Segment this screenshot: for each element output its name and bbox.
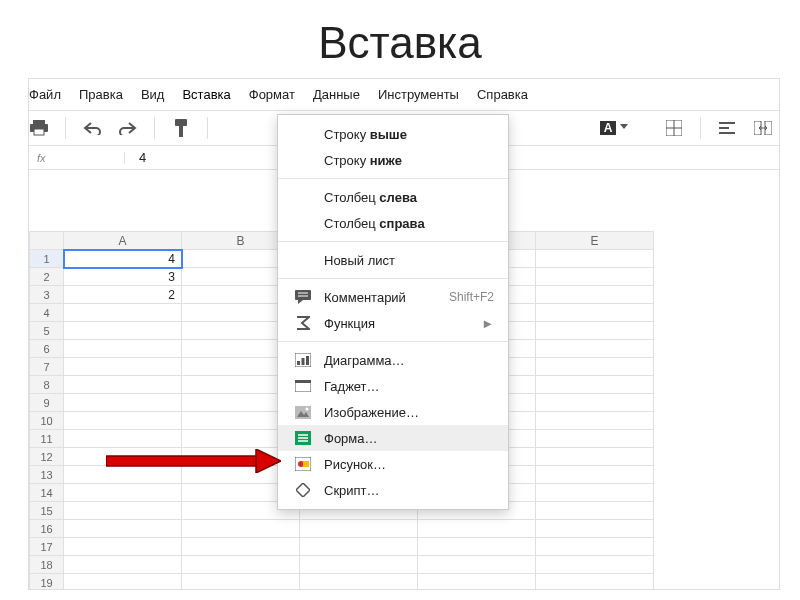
row-header-19[interactable]: 19 bbox=[30, 574, 64, 590]
menu-данные[interactable]: Данные bbox=[313, 87, 360, 102]
row-header-14[interactable]: 14 bbox=[30, 484, 64, 502]
menu-вид[interactable]: Вид bbox=[141, 87, 165, 102]
col-header-A[interactable]: A bbox=[64, 232, 182, 250]
merge-icon[interactable] bbox=[753, 118, 773, 138]
row-header-1[interactable]: 1 bbox=[30, 250, 64, 268]
grid-corner[interactable] bbox=[30, 232, 64, 250]
borders-icon[interactable] bbox=[664, 118, 684, 138]
cell-A3[interactable]: 2 bbox=[64, 286, 182, 304]
cell-E8[interactable] bbox=[536, 376, 654, 394]
menu-item-новыйлист[interactable]: Новый лист bbox=[278, 247, 508, 273]
cell-A7[interactable] bbox=[64, 358, 182, 376]
cell-E16[interactable] bbox=[536, 520, 654, 538]
menu-вставка[interactable]: Вставка bbox=[182, 87, 230, 102]
row-header-18[interactable]: 18 bbox=[30, 556, 64, 574]
cell-A18[interactable] bbox=[64, 556, 182, 574]
cell-E15[interactable] bbox=[536, 502, 654, 520]
cell-E17[interactable] bbox=[536, 538, 654, 556]
cell-A9[interactable] bbox=[64, 394, 182, 412]
redo-icon[interactable] bbox=[118, 118, 138, 138]
menu-item-скрипт[interactable]: Скрипт… bbox=[278, 477, 508, 503]
row-header-5[interactable]: 5 bbox=[30, 322, 64, 340]
menu-item-диаграмма[interactable]: Диаграмма… bbox=[278, 347, 508, 373]
row-header-6[interactable]: 6 bbox=[30, 340, 64, 358]
undo-icon[interactable] bbox=[82, 118, 102, 138]
menu-файл[interactable]: Файл bbox=[29, 87, 61, 102]
cell-A19[interactable] bbox=[64, 574, 182, 590]
cell-A6[interactable] bbox=[64, 340, 182, 358]
cell-A17[interactable] bbox=[64, 538, 182, 556]
row-header-4[interactable]: 4 bbox=[30, 304, 64, 322]
cell-C19[interactable] bbox=[300, 574, 418, 590]
menu-инструменты[interactable]: Инструменты bbox=[378, 87, 459, 102]
col-header-E[interactable]: E bbox=[536, 232, 654, 250]
formula-value[interactable]: 4 bbox=[125, 150, 146, 165]
cell-B18[interactable] bbox=[182, 556, 300, 574]
row-header-16[interactable]: 16 bbox=[30, 520, 64, 538]
cell-A1[interactable]: 4 bbox=[64, 250, 182, 268]
row-header-3[interactable]: 3 bbox=[30, 286, 64, 304]
print-icon[interactable] bbox=[29, 118, 49, 138]
cell-E4[interactable] bbox=[536, 304, 654, 322]
paint-format-icon[interactable] bbox=[171, 118, 191, 138]
cell-E18[interactable] bbox=[536, 556, 654, 574]
row-header-8[interactable]: 8 bbox=[30, 376, 64, 394]
cell-E2[interactable] bbox=[536, 268, 654, 286]
cell-E5[interactable] bbox=[536, 322, 654, 340]
cell-D19[interactable] bbox=[418, 574, 536, 590]
menu-item-форма[interactable]: Форма… bbox=[278, 425, 508, 451]
cell-E10[interactable] bbox=[536, 412, 654, 430]
cell-A16[interactable] bbox=[64, 520, 182, 538]
menu-item-гаджет[interactable]: Гаджет… bbox=[278, 373, 508, 399]
cell-E7[interactable] bbox=[536, 358, 654, 376]
menu-item-функция[interactable]: Функция► bbox=[278, 310, 508, 336]
cell-C17[interactable] bbox=[300, 538, 418, 556]
cell-A11[interactable] bbox=[64, 430, 182, 448]
cell-B17[interactable] bbox=[182, 538, 300, 556]
row-header-13[interactable]: 13 bbox=[30, 466, 64, 484]
menu-item-строку[interactable]: Строку ниже bbox=[278, 147, 508, 173]
row-header-7[interactable]: 7 bbox=[30, 358, 64, 376]
menu-формат[interactable]: Формат bbox=[249, 87, 295, 102]
menu-item-изображение[interactable]: Изображение… bbox=[278, 399, 508, 425]
cell-E13[interactable] bbox=[536, 466, 654, 484]
row-header-12[interactable]: 12 bbox=[30, 448, 64, 466]
menu-правка[interactable]: Правка bbox=[79, 87, 123, 102]
text-color-icon[interactable]: A bbox=[598, 118, 618, 138]
cell-B16[interactable] bbox=[182, 520, 300, 538]
row-header-10[interactable]: 10 bbox=[30, 412, 64, 430]
row-header-2[interactable]: 2 bbox=[30, 268, 64, 286]
cell-E12[interactable] bbox=[536, 448, 654, 466]
row-header-11[interactable]: 11 bbox=[30, 430, 64, 448]
cell-C16[interactable] bbox=[300, 520, 418, 538]
cell-E19[interactable] bbox=[536, 574, 654, 590]
row-header-15[interactable]: 15 bbox=[30, 502, 64, 520]
row-header-17[interactable]: 17 bbox=[30, 538, 64, 556]
cell-A5[interactable] bbox=[64, 322, 182, 340]
menu-item-строку[interactable]: Строку выше bbox=[278, 121, 508, 147]
menu-справка[interactable]: Справка bbox=[477, 87, 528, 102]
cell-E1[interactable] bbox=[536, 250, 654, 268]
cell-A10[interactable] bbox=[64, 412, 182, 430]
cell-A8[interactable] bbox=[64, 376, 182, 394]
row-header-9[interactable]: 9 bbox=[30, 394, 64, 412]
cell-E11[interactable] bbox=[536, 430, 654, 448]
cell-A2[interactable]: 3 bbox=[64, 268, 182, 286]
cell-A4[interactable] bbox=[64, 304, 182, 322]
menu-item-столбец[interactable]: Столбец справа bbox=[278, 210, 508, 236]
cell-A15[interactable] bbox=[64, 502, 182, 520]
cell-E6[interactable] bbox=[536, 340, 654, 358]
cell-E3[interactable] bbox=[536, 286, 654, 304]
menu-item-столбец[interactable]: Столбец слева bbox=[278, 184, 508, 210]
menu-item-комментарий[interactable]: КомментарийShift+F2 bbox=[278, 284, 508, 310]
align-icon[interactable] bbox=[717, 118, 737, 138]
menu-item-рисунок[interactable]: Рисунок… bbox=[278, 451, 508, 477]
cell-E9[interactable] bbox=[536, 394, 654, 412]
cell-A14[interactable] bbox=[64, 484, 182, 502]
cell-D18[interactable] bbox=[418, 556, 536, 574]
cell-C18[interactable] bbox=[300, 556, 418, 574]
cell-E14[interactable] bbox=[536, 484, 654, 502]
cell-D16[interactable] bbox=[418, 520, 536, 538]
cell-B19[interactable] bbox=[182, 574, 300, 590]
cell-D17[interactable] bbox=[418, 538, 536, 556]
